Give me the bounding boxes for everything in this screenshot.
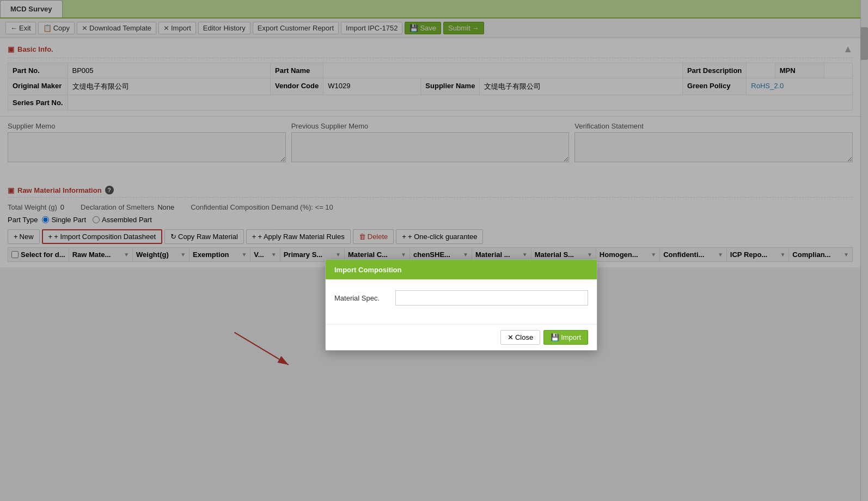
modal-header: Import Composition [326, 260, 597, 267]
import-composition-modal: Import Composition Material Spec. ✕ Clos… [325, 259, 597, 267]
modal-overlay: Import Composition Material Spec. ✕ Clos… [0, 0, 868, 267]
